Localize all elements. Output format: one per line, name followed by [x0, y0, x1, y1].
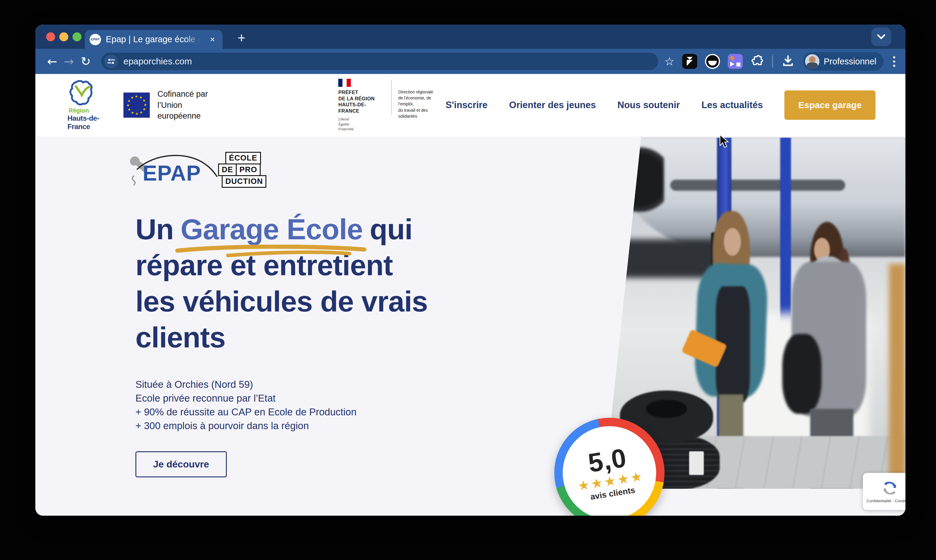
- heading-line2: répare et entretient: [136, 247, 507, 283]
- tab-search-button[interactable]: [871, 28, 891, 46]
- extension-darkmode-icon[interactable]: [705, 54, 720, 69]
- french-flag-icon: [338, 79, 351, 87]
- prefet-block: PRÉFET DE LA RÉGION HAUTS-DE-FRANCE Libe…: [338, 79, 385, 131]
- prefet-motto: Liberté Égalité Fraternité: [338, 117, 385, 131]
- badge-box-de: DE: [218, 163, 237, 176]
- play-triangle: [730, 62, 734, 66]
- avatar: [805, 54, 819, 69]
- white-square: [737, 63, 740, 66]
- close-window-button[interactable]: [46, 32, 55, 42]
- recaptcha-icon: [882, 480, 898, 496]
- profile-chip[interactable]: Professionnel: [803, 52, 884, 71]
- eu-cofinance-logo: Cofinancé par l’Union européenne: [123, 89, 225, 121]
- badge-box-duction: DUCTION: [222, 175, 266, 188]
- heading-line4: clients: [136, 320, 507, 355]
- tab-favicon: EPAP: [89, 34, 101, 45]
- bookmark-star-icon[interactable]: ☆: [664, 55, 674, 68]
- zoom-window-button[interactable]: [72, 32, 82, 42]
- url-text[interactable]: epaporchies.com: [123, 56, 192, 66]
- kebab-dot: [893, 65, 895, 67]
- prefet-region-logo: PRÉFET DE LA RÉGION HAUTS-DE-FRANCE Libe…: [338, 79, 446, 131]
- toolbar-divider: [772, 55, 773, 68]
- orange-dot: [730, 56, 734, 60]
- heading-highlight: Garage École: [181, 213, 363, 246]
- nav-item-sinscrire[interactable]: S'inscrire: [446, 100, 487, 111]
- hero-heading: UnGarage Écolequi répare et entretient l…: [136, 211, 507, 355]
- badge-box-ecole: ÉCOLE: [225, 152, 261, 165]
- espace-garage-button[interactable]: Espace garage: [784, 91, 876, 120]
- page-content: Région Hauts-de-France Cofinancé par l’U…: [35, 74, 905, 516]
- mouse-cursor: [719, 134, 729, 149]
- browser-menu-button[interactable]: [891, 56, 897, 67]
- nav-item-orienter-des-jeunes[interactable]: Orienter des jeunes: [509, 100, 596, 111]
- subtext-line4: + 300 emplois à pourvoir dans la région: [136, 419, 356, 433]
- hero-subtext: Située à Orchies (Nord 59) Ecole privée …: [136, 378, 356, 432]
- prefet-title3: HAUTS-DE-FRANCE: [338, 102, 385, 114]
- recaptcha-badge[interactable]: Confidentialité - Conditions: [863, 473, 905, 510]
- prefet-title1: PRÉFET: [338, 89, 385, 95]
- reload-button[interactable]: ↻: [77, 55, 94, 68]
- subtext-line1: Située à Orchies (Nord 59): [136, 378, 356, 391]
- chevron-down-icon: [876, 34, 886, 40]
- new-tab-button[interactable]: +: [233, 29, 250, 46]
- hero-section: EPAP ÉCOLE DE PRO DUCTION UnGarage École…: [35, 136, 905, 516]
- je-decouvre-button[interactable]: Je découvre: [136, 451, 227, 477]
- tab-close-icon[interactable]: ×: [207, 34, 218, 45]
- browser-tab[interactable]: EPAP Epap | Le garage école d'Orch ×: [85, 30, 223, 49]
- nav-item-les-actualites[interactable]: Les actualités: [702, 100, 763, 111]
- photo-car-wheel: [616, 141, 664, 218]
- main-nav: S'inscrire Orienter des jeunes Nous sout…: [446, 91, 876, 120]
- subtext-line3: + 90% de réussite au CAP en Ecole de Pro…: [136, 405, 356, 419]
- browser-toolbar: ← → ↻ epaporchies.com ☆: [35, 49, 905, 74]
- badge-box-pro: PRO: [236, 163, 261, 176]
- photo-foreground-blur: [889, 264, 905, 489]
- minimize-window-button[interactable]: [59, 32, 68, 42]
- recaptcha-text[interactable]: Confidentialité - Conditions: [867, 498, 905, 503]
- extension-framer-icon[interactable]: [682, 54, 697, 69]
- extensions-puzzle-icon[interactable]: [751, 54, 764, 69]
- address-bar[interactable]: epaporchies.com: [101, 53, 658, 70]
- download-button[interactable]: [781, 54, 795, 69]
- eu-flag-icon: [123, 92, 150, 118]
- eu-logo-line1: Cofinancé par: [157, 89, 225, 99]
- screen: EPAP Epap | Le garage école d'Orch × + ←…: [0, 0, 936, 560]
- direction-regionale-text: Direction régionale de l’économie, de l’…: [398, 89, 446, 119]
- puzzle-icon: [751, 54, 764, 68]
- profile-name: Professionnel: [823, 57, 876, 66]
- nav-item-nous-soutenir[interactable]: Nous soutenir: [617, 100, 680, 111]
- heading-word-un: Un: [136, 213, 173, 246]
- epap-logo-text: EPAP: [143, 161, 201, 185]
- browser-window: EPAP Epap | Le garage école d'Orch × + ←…: [35, 25, 905, 516]
- prefet-divider: [391, 80, 392, 115]
- extension-media-icon[interactable]: [728, 54, 743, 69]
- heading-word-qui: qui: [370, 213, 412, 246]
- epap-logo-graphic: EPAP: [125, 147, 224, 189]
- rating-inner-circle: 5,0 ★★★★★ avis clients: [563, 426, 656, 516]
- region-logo-line1: Région: [69, 107, 89, 114]
- eu-logo-text: Cofinancé par l’Union européenne: [157, 89, 225, 121]
- site-header: Région Hauts-de-France Cofinancé par l’U…: [35, 74, 905, 136]
- eu-logo-line2: l’Union européenne: [157, 100, 225, 122]
- tab-strip: EPAP Epap | Le garage école d'Orch × +: [35, 25, 905, 49]
- region-hauts-de-france-logo[interactable]: Région Hauts-de-France: [68, 80, 105, 131]
- ecole-de-production-badge: ÉCOLE DE PRO DUCTION: [218, 152, 269, 188]
- tune-icon: [107, 57, 115, 65]
- heading-line3: les véhicules de vrais: [136, 284, 507, 320]
- epap-logo[interactable]: EPAP: [125, 147, 224, 189]
- tab-favicon-text: EPAP: [91, 38, 100, 41]
- toolbar-right-icons: ☆: [664, 52, 897, 71]
- region-logo-line2: Hauts-de-France: [68, 114, 105, 131]
- lightning-icon: [686, 57, 693, 66]
- france-map-icon: [68, 80, 96, 107]
- back-button[interactable]: ←: [44, 55, 60, 68]
- site-settings-icon[interactable]: [104, 54, 118, 68]
- photo-car-trim: [670, 180, 845, 191]
- prefet-title2: DE LA RÉGION: [338, 95, 385, 102]
- forward-button: →: [60, 55, 77, 68]
- subtext-line2: Ecole privée reconnue par l’Etat: [136, 391, 356, 405]
- tab-title-fade: [185, 30, 204, 49]
- download-icon: [781, 54, 795, 68]
- kebab-dot: [893, 56, 895, 58]
- kebab-dot: [893, 60, 895, 63]
